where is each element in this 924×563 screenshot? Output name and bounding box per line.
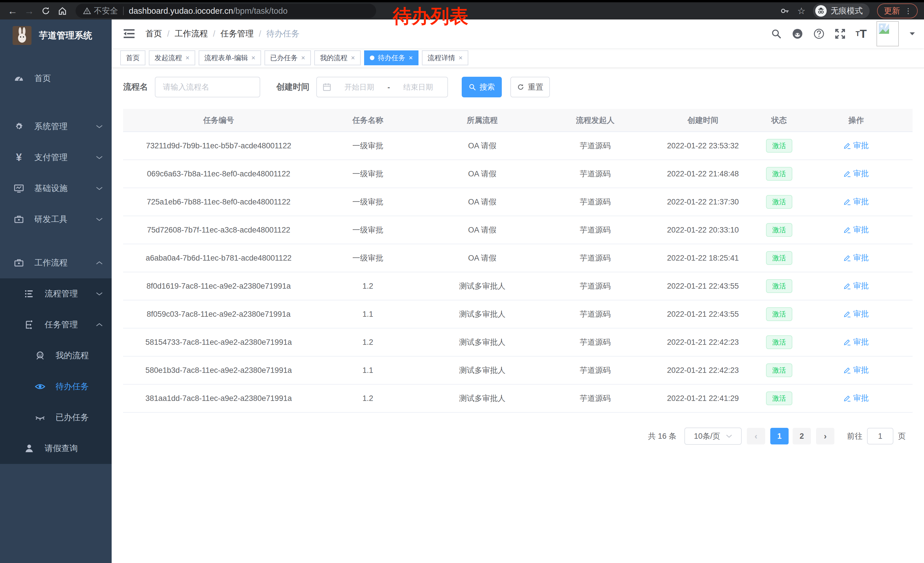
- tag-view-tab[interactable]: 流程详情 ×: [422, 50, 468, 65]
- sidebar-item-system[interactable]: 系统管理: [0, 111, 112, 142]
- sidebar-item-leave-query[interactable]: 请假查询: [0, 433, 112, 464]
- table-row: 069c6a63-7b8a-11ec-8ef0-acde48001122 一级审…: [123, 160, 912, 188]
- tab-close-icon[interactable]: ×: [459, 54, 463, 62]
- filter-bar: 流程名 创建时间 开始日期 - 结束日期: [123, 77, 912, 98]
- approve-button[interactable]: 审批: [844, 140, 869, 151]
- table-row: 725a1eb6-7b88-11ec-8ef0-acde48001122 一级审…: [123, 188, 912, 216]
- breadcrumb-workflow[interactable]: 工作流程: [175, 28, 208, 39]
- sidebar-item-done-tasks[interactable]: 已办任务: [0, 402, 112, 433]
- cell-starter: 芋道源码: [543, 132, 647, 160]
- tag-view-tab[interactable]: 流程表单-编辑 ×: [199, 50, 261, 65]
- cell-created-time: 2022-01-22 23:53:32: [647, 132, 759, 160]
- browser-back-button[interactable]: ←: [6, 5, 19, 17]
- table-row: 8f0d1619-7ac8-11ec-a9e2-a2380e71991a 1.2…: [123, 272, 912, 300]
- password-key-button[interactable]: [780, 6, 790, 16]
- tab-close-icon[interactable]: ×: [301, 54, 305, 62]
- tag-view-tab[interactable]: 待办任务 ×: [364, 50, 418, 65]
- cell-status: 激活: [759, 300, 800, 328]
- url-path: /bpm/task/todo: [233, 6, 287, 15]
- next-page-button[interactable]: ›: [816, 428, 834, 444]
- active-tab-dot: [370, 56, 374, 60]
- sidebar-collapse-button[interactable]: [122, 27, 136, 41]
- approve-button[interactable]: 审批: [844, 309, 869, 319]
- approve-button[interactable]: 审批: [844, 197, 869, 207]
- chevron-down-icon: [96, 217, 103, 222]
- approve-button[interactable]: 审批: [844, 365, 869, 375]
- chevron-up-icon: [96, 323, 103, 327]
- sidebar-item-my-process[interactable]: 我的流程: [0, 340, 112, 371]
- incognito-profile-chip[interactable]: 无痕模式: [813, 3, 870, 18]
- process-name-input[interactable]: [155, 77, 260, 98]
- hamburger-fold-icon: [123, 29, 135, 39]
- browser-chrome: ← → 不安全 dashboard.yudao.iocode: [0, 0, 924, 20]
- approve-button[interactable]: 审批: [844, 337, 869, 347]
- tag-view-tab[interactable]: 发起流程 ×: [149, 50, 195, 65]
- top-navbar: 首页 / 工作流程 / 任务管理 / 待办任务: [112, 20, 924, 48]
- sidebar-item-process-management[interactable]: 流程管理: [0, 278, 112, 309]
- approve-button[interactable]: 审批: [844, 252, 869, 263]
- page-number-button[interactable]: 2: [793, 428, 811, 444]
- browser-update-button[interactable]: 更新 ⋮: [877, 3, 918, 18]
- sidebar-item-task-management[interactable]: 任务管理: [0, 309, 112, 340]
- start-date-placeholder[interactable]: 开始日期: [336, 82, 383, 92]
- page-number-button[interactable]: 1: [770, 428, 789, 444]
- sidebar-item-todo-tasks[interactable]: 待办任务: [0, 371, 112, 402]
- approve-button[interactable]: 审批: [844, 393, 869, 403]
- tab-label: 发起流程: [154, 53, 182, 62]
- approve-button[interactable]: 审批: [844, 281, 869, 291]
- approve-button[interactable]: 审批: [844, 168, 869, 179]
- tags-view-bar: 首页 × 发起流程 × 流程表单-编辑 × 已办任务 × 我的流程 × 待办任务: [112, 48, 924, 68]
- sidebar-item-workflow[interactable]: 工作流程: [0, 248, 112, 278]
- logo[interactable]: 芋道管理系统: [0, 20, 112, 51]
- search-icon: [469, 83, 476, 91]
- prev-page-button[interactable]: ‹: [747, 428, 765, 444]
- address-bar[interactable]: 不安全 dashboard.yudao.iocoder.cn/bpm/task/…: [76, 4, 376, 18]
- cell-starter: 芋道源码: [543, 188, 647, 216]
- browser-menu-icon[interactable]: ⋮: [904, 7, 912, 15]
- breadcrumb-task-management[interactable]: 任务管理: [220, 28, 254, 39]
- cell-starter: 芋道源码: [543, 328, 647, 356]
- date-range-picker[interactable]: 开始日期 - 结束日期: [316, 77, 448, 98]
- font-size-small-t: T: [856, 30, 860, 38]
- help-doc-button[interactable]: [813, 28, 825, 39]
- sidebar-item-home[interactable]: 首页: [0, 63, 112, 94]
- sidebar-item-payment[interactable]: ¥ 支付管理: [0, 142, 112, 173]
- cell-status: 激活: [759, 188, 800, 216]
- goto-page-input[interactable]: [867, 428, 893, 444]
- breadcrumb-home[interactable]: 首页: [146, 28, 162, 39]
- fullscreen-button[interactable]: [834, 28, 846, 39]
- browser-reload-button[interactable]: [39, 5, 52, 17]
- avatar[interactable]: [876, 21, 899, 47]
- tag-view-tab[interactable]: 我的流程 ×: [314, 50, 361, 65]
- cell-starter: 芋道源码: [543, 216, 647, 244]
- sidebar-item-infra[interactable]: 基础设施: [0, 173, 112, 204]
- page-size-select[interactable]: 10条/页: [684, 428, 742, 445]
- sidebar-item-label: 任务管理: [45, 319, 78, 330]
- tab-close-icon[interactable]: ×: [186, 54, 189, 62]
- tag-view-tab[interactable]: 已办任务 ×: [264, 50, 311, 65]
- avatar-caret-icon[interactable]: [909, 32, 915, 36]
- tab-close-icon[interactable]: ×: [351, 54, 355, 62]
- refresh-icon: [517, 83, 524, 91]
- tag-view-tab[interactable]: 首页 ×: [120, 50, 146, 65]
- approve-label: 审批: [853, 393, 869, 403]
- bookmark-star-button[interactable]: ☆: [797, 6, 806, 17]
- github-link-button[interactable]: [792, 28, 804, 40]
- url-divider: [123, 7, 124, 15]
- sidebar: 芋道管理系统 首页 系统管理 ¥ 支付管理: [0, 20, 112, 563]
- page-content: 流程名 创建时间 开始日期 - 结束日期: [112, 68, 924, 563]
- font-size-button[interactable]: TT: [856, 27, 867, 41]
- sidebar-item-devtools[interactable]: 研发工具: [0, 204, 112, 235]
- reset-button[interactable]: 重置: [510, 77, 550, 98]
- end-date-placeholder[interactable]: 结束日期: [394, 82, 442, 92]
- header-search-button[interactable]: [771, 29, 782, 39]
- browser-forward-button[interactable]: →: [23, 5, 36, 17]
- approve-button[interactable]: 审批: [844, 225, 869, 235]
- search-button[interactable]: 搜索: [462, 77, 502, 98]
- tab-close-icon[interactable]: ×: [409, 54, 413, 62]
- cell-task-id: 75d72608-7b7f-11ec-a3c8-acde48001122: [123, 216, 314, 244]
- cell-task-id: a6aba0a4-7b6d-11ec-b781-acde48001122: [123, 244, 314, 272]
- browser-home-button[interactable]: [56, 5, 69, 17]
- security-indicator[interactable]: 不安全: [83, 6, 118, 17]
- tab-close-icon[interactable]: ×: [251, 54, 255, 62]
